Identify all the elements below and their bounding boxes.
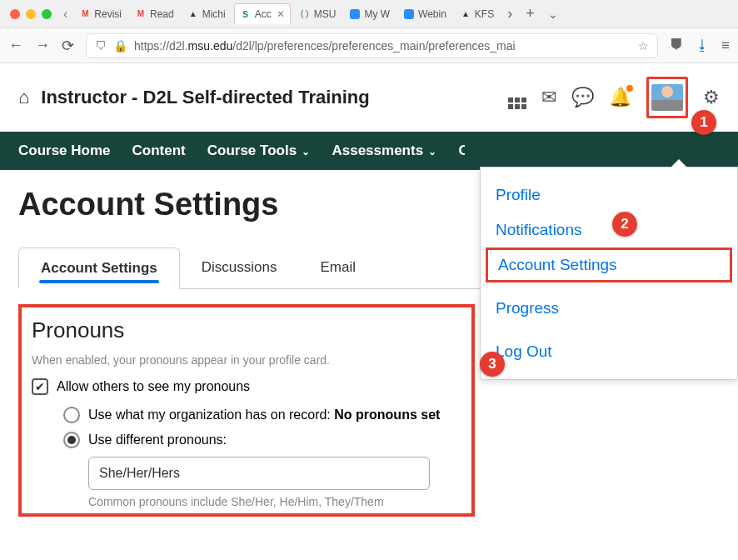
user-dropdown-menu: Profile Notifications Account Settings P… xyxy=(480,167,738,380)
zoom-icon xyxy=(403,8,415,20)
mail-icon[interactable]: ✉ xyxy=(541,87,556,108)
gmail-icon: M xyxy=(135,8,147,20)
chat-icon[interactable]: 💬 xyxy=(571,87,594,108)
zoom-icon xyxy=(349,8,361,20)
tab-overflow-right-icon[interactable]: › xyxy=(507,5,512,22)
tab-discussions[interactable]: Discussions xyxy=(180,248,299,288)
browser-tab[interactable]: Webin xyxy=(398,5,451,23)
radio-org-record-label: Use what my organization has on record: … xyxy=(88,408,440,422)
settings-gear-icon[interactable]: ⚙ xyxy=(703,87,720,108)
reload-button[interactable]: ⟳ xyxy=(62,37,74,55)
menu-log-out[interactable]: Log Out xyxy=(481,334,737,369)
browser-tab[interactable]: My W xyxy=(344,5,395,23)
radio-org-record-input[interactable] xyxy=(63,407,80,423)
pronoun-radio-group: Use what my organization has on record: … xyxy=(63,407,461,448)
chevron-down-icon: ⌄ xyxy=(299,146,310,158)
allow-pronouns-row[interactable]: ✔ Allow others to see my pronouns xyxy=(32,378,461,395)
menu-icon[interactable]: ≡ xyxy=(721,38,730,54)
tab-account-settings[interactable]: Account Settings xyxy=(18,248,180,289)
address-bar[interactable]: ⛉ 🔒 https://d2l.msu.edu/d2l/lp/preferenc… xyxy=(86,33,658,58)
back-button[interactable]: ← xyxy=(8,37,23,54)
browser-tab[interactable]: ▲Michi xyxy=(182,5,231,23)
url-text: https://d2l.msu.edu/d2l/lp/preferences/p… xyxy=(134,39,516,52)
nav-assessments[interactable]: Assessments ⌄ xyxy=(332,142,436,159)
browser-right-icons: ⛊ ⭳ ≡ xyxy=(670,38,730,54)
nav-course-tools[interactable]: Course Tools ⌄ xyxy=(207,142,311,159)
browser-address-row: ← → ⟳ ⛉ 🔒 https://d2l.msu.edu/d2l/lp/pre… xyxy=(0,28,738,63)
home-icon[interactable]: ⌂ xyxy=(18,87,29,108)
browser-tab[interactable]: ▲KFS xyxy=(455,5,499,23)
browser-tab[interactable]: MRead xyxy=(130,5,179,23)
pocket-icon[interactable]: ⛊ xyxy=(670,38,684,54)
radio-org-record[interactable]: Use what my organization has on record: … xyxy=(63,407,461,423)
menu-profile[interactable]: Profile xyxy=(481,178,737,212)
apps-grid-icon[interactable] xyxy=(508,86,526,109)
download-icon[interactable]: ⭳ xyxy=(696,38,710,54)
tab-list-icon[interactable]: ⌄ xyxy=(548,8,558,21)
menu-progress[interactable]: Progress xyxy=(481,291,737,326)
minimize-window[interactable] xyxy=(26,9,36,19)
chevron-down-icon: ⌄ xyxy=(426,146,436,158)
menu-notifications[interactable]: Notifications xyxy=(481,212,737,248)
pronouns-description: When enabled, your pronouns appear in yo… xyxy=(32,353,461,367)
menu-account-settings[interactable]: Account Settings xyxy=(486,248,732,282)
pronoun-hint: Common pronouns include She/Her, He/Him,… xyxy=(88,495,461,508)
browser-tab[interactable]: ( )MSU xyxy=(294,5,342,23)
spartan-icon: ▲ xyxy=(460,8,471,20)
notification-dot xyxy=(626,85,633,92)
new-tab-icon[interactable]: + xyxy=(526,5,535,22)
close-window[interactable] xyxy=(10,9,20,19)
lock-icon: 🔒 xyxy=(113,39,127,52)
browser-tab-bar: ‹ MRevisi MRead ▲Michi SAcc✕ ( )MSU My W… xyxy=(0,0,738,28)
callout-2: 2 xyxy=(612,212,637,237)
course-nav: Course Home Content Course Tools ⌄ Asses… xyxy=(0,132,738,170)
msu-icon: ( ) xyxy=(299,8,311,20)
callout-3: 3 xyxy=(480,352,505,377)
pronoun-text-input[interactable] xyxy=(88,457,430,490)
shield-icon: ⛉ xyxy=(95,39,107,52)
allow-pronouns-checkbox[interactable]: ✔ xyxy=(32,378,48,395)
user-avatar[interactable] xyxy=(646,77,688,118)
allow-pronouns-label: Allow others to see my pronouns xyxy=(57,379,250,394)
nav-course-home[interactable]: Course Home xyxy=(18,142,111,159)
callout-1: 1 xyxy=(691,110,716,135)
close-tab-icon[interactable]: ✕ xyxy=(277,8,285,20)
radio-different-pronouns[interactable]: Use different pronouns: xyxy=(63,432,461,448)
site-icon: S xyxy=(240,8,252,20)
notifications-icon[interactable]: 🔔 xyxy=(609,87,631,108)
course-header: ⌂ Instructor - D2L Self-directed Trainin… xyxy=(0,63,738,132)
radio-different-input[interactable] xyxy=(63,432,80,448)
spartan-icon: ▲ xyxy=(187,8,199,20)
maximize-window[interactable] xyxy=(42,9,52,19)
course-title: Instructor - D2L Self-directed Training xyxy=(41,87,369,108)
gmail-icon: M xyxy=(79,8,91,20)
forward-button[interactable]: → xyxy=(35,37,50,54)
pronouns-heading: Pronouns xyxy=(32,318,461,343)
tab-email[interactable]: Email xyxy=(299,248,378,288)
nav-overflow[interactable]: C xyxy=(458,142,465,159)
pronouns-section: Pronouns When enabled, your pronouns app… xyxy=(18,304,475,517)
browser-tab-active[interactable]: SAcc✕ xyxy=(234,3,291,24)
tab-overflow-left-icon[interactable]: ‹ xyxy=(63,7,67,22)
nav-content[interactable]: Content xyxy=(132,142,186,159)
browser-tab[interactable]: MRevisi xyxy=(74,5,127,23)
bookmark-icon[interactable]: ☆ xyxy=(638,39,649,52)
radio-different-label: Use different pronouns: xyxy=(88,432,227,448)
window-controls xyxy=(10,9,52,19)
